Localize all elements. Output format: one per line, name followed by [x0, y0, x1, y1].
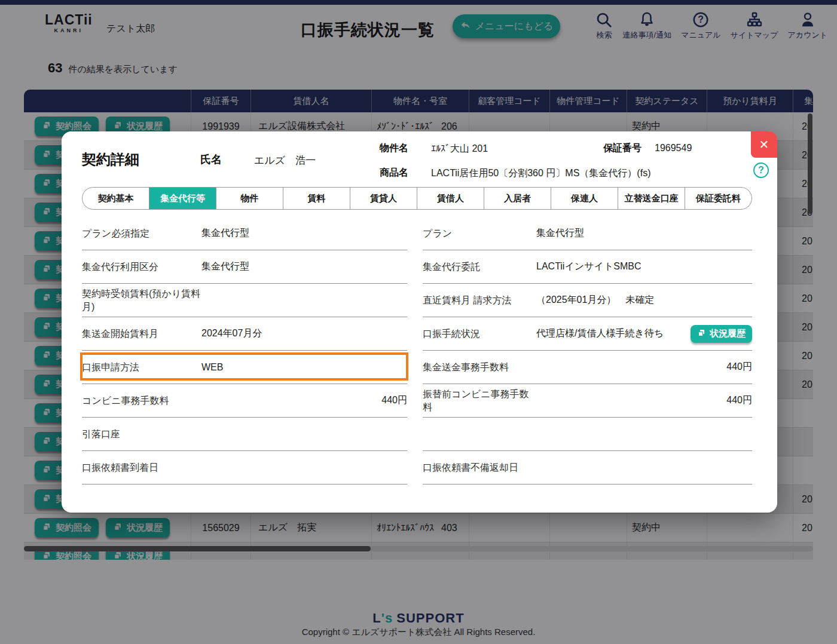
modal-help-icon[interactable]: ? [753, 162, 769, 178]
detail-field-row: 契約時受領賃料(預かり賃料月) [82, 284, 407, 317]
guarantee-number-label: 保証番号 [603, 142, 642, 155]
field-label: 集金代行利用区分 [82, 260, 201, 274]
detail-field-row: 集金送金事務手数料 440円 [423, 351, 752, 384]
field-value: WEB [201, 362, 407, 373]
field-value: 440円 [201, 394, 407, 407]
detail-tab[interactable]: 保証委託料 [685, 188, 752, 209]
detail-field-row: 口振依頼書不備返却日 [423, 451, 752, 484]
product-name-value: LACTii居住用50〔分割360 円〕MS（集金代行）(fs) [431, 167, 650, 180]
field-value: 集金代行型 [201, 227, 407, 240]
field-label: 契約時受領賃料(預かり賃料月) [82, 287, 201, 313]
field-label: 集送金開始賃料月 [82, 327, 201, 341]
detail-tabs: 契約基本集金代行等物件賃料賃貸人賃借人入居者保連人立替送金口座保証委託料 [82, 187, 752, 210]
close-icon[interactable]: ✕ [751, 131, 777, 158]
status-history-button[interactable]: 状況履歴 [691, 325, 752, 343]
detail-fields-right: プラン 集金代行型 集金代行委託 LACTiiインサイトSMBC 直近賃料月 請… [423, 217, 752, 484]
name-label: 氏名 [200, 152, 222, 167]
detail-tab[interactable]: 物件 [216, 188, 283, 209]
detail-field-row: 口振申請方法 WEB [82, 351, 407, 384]
detail-field-row: 引落口座 [82, 418, 407, 451]
field-label: 引落口座 [82, 428, 201, 441]
field-label: コンビニ事務手数料 [82, 394, 201, 407]
detail-field-row: 集金代行委託 LACTiiインサイトSMBC [423, 250, 752, 284]
field-label: 口振依頼書不備返却日 [423, 461, 536, 474]
field-value: 2024年07月分 [201, 327, 407, 340]
detail-field-row: 集送金開始賃料月 2024年07月分 [82, 317, 407, 351]
detail-field-row: 口振手続状況 代理店様/賃借人様手続き待ち 状況履歴 [423, 317, 752, 351]
detail-field-row: コンビニ事務手数料 440円 [82, 384, 407, 418]
detail-field-row: プラン 集金代行型 [423, 217, 752, 250]
field-label: 振替前コンビニ事務手数料 [423, 388, 536, 413]
field-label: 集金送金事務手数料 [423, 361, 536, 374]
detail-tab[interactable]: 賃料 [283, 188, 350, 209]
detail-field-row: プラン必須指定 集金代行型 [82, 217, 407, 250]
detail-tab[interactable]: 賃貸人 [350, 188, 417, 209]
detail-tab[interactable]: 契約基本 [83, 188, 149, 209]
field-label: 直近賃料月 請求方法 [423, 294, 536, 307]
field-value: 代理店様/賃借人様手続き待ち [536, 327, 691, 340]
property-name-value: ｴﾙｽﾞ大山 201 [431, 143, 488, 155]
detail-tab[interactable]: 賃借人 [417, 188, 484, 209]
name-value: エルズ 浩一 [254, 154, 316, 167]
field-value: 集金代行型 [536, 227, 752, 240]
guarantee-number-value: 1969549 [655, 143, 692, 154]
field-label: プラン [423, 227, 536, 240]
button-label: 状況履歴 [710, 328, 746, 339]
detail-tab[interactable]: 立替送金口座 [618, 188, 685, 209]
field-value: LACTiiインサイトSMBC [536, 260, 752, 273]
field-value: （2025年01月分） 未確定 [536, 294, 752, 306]
field-label: 口振手続状況 [423, 327, 536, 341]
modal-title: 契約詳細 [82, 150, 139, 169]
detail-field-row: 振替前コンビニ事務手数料 440円 [423, 384, 752, 418]
field-label: 集金代行委託 [423, 260, 536, 274]
detail-fields-left: プラン必須指定 集金代行型 集金代行利用区分 集金代行型 契約時受領賃料(預かり… [82, 217, 407, 484]
detail-field-row: 口振依頼書到着日 [82, 451, 407, 484]
field-value: 440円 [536, 361, 752, 373]
property-name-label: 物件名 [380, 142, 408, 155]
field-value: 440円 [536, 394, 752, 407]
detail-tab[interactable]: 集金代行等 [149, 188, 216, 209]
product-name-label: 商品名 [380, 167, 408, 179]
field-value: 集金代行型 [201, 260, 407, 273]
detail-tab[interactable]: 保連人 [551, 188, 618, 209]
detail-field-row: 直近賃料月 請求方法 （2025年01月分） 未確定 [423, 284, 752, 317]
field-label: 口振依頼書到着日 [82, 461, 201, 474]
field-label: 口振申請方法 [82, 361, 201, 374]
detail-tab[interactable]: 入居者 [484, 188, 551, 209]
field-label: プラン必須指定 [82, 227, 201, 240]
copy-icon [697, 329, 706, 339]
detail-field-row: 集金代行利用区分 集金代行型 [82, 250, 407, 284]
contract-detail-modal: ✕ ? 契約詳細 氏名 エルズ 浩一 物件名 ｴﾙｽﾞ大山 201 保証番号 1… [62, 131, 777, 513]
detail-field-row [423, 418, 752, 451]
